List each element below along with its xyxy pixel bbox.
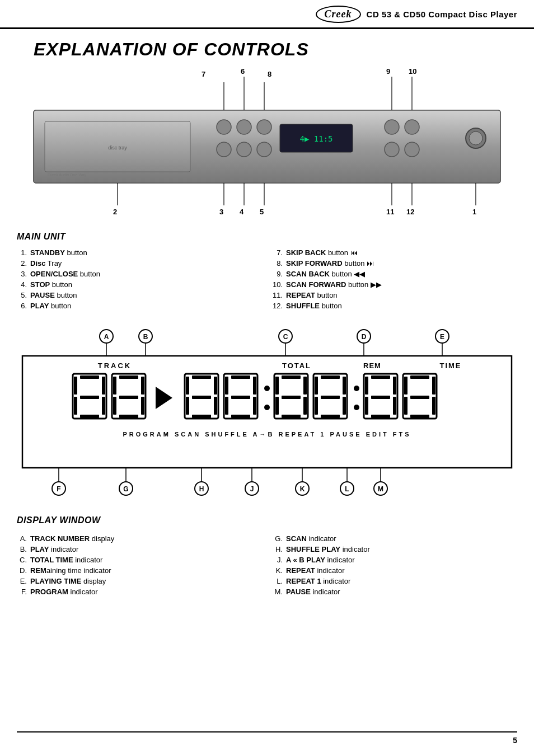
svg-point-97 <box>264 386 270 391</box>
footer: 5 <box>17 731 517 745</box>
indicator-C: C. TOTAL TIME indicator <box>17 555 261 565</box>
svg-rect-76 <box>113 377 116 395</box>
svg-rect-124 <box>393 397 396 415</box>
indicator-E: E. PLAYING TIME display <box>17 576 261 586</box>
controls-left-col: 1. STANDBY button 2. Disc Tray 3. OPEN/C… <box>17 247 261 311</box>
svg-rect-118 <box>371 375 390 379</box>
svg-text:5: 5 <box>260 208 264 216</box>
ctrl-label-5: PAUSE button <box>30 291 77 299</box>
svg-point-16 <box>385 142 399 157</box>
ind-label-D: REMaining time indicator <box>30 566 111 575</box>
ind-letter-C: C. <box>17 556 27 564</box>
svg-rect-110 <box>321 396 340 399</box>
indicator-F: F. PROGRAM indicator <box>17 586 261 597</box>
svg-rect-69 <box>102 377 105 395</box>
indicator-B: B. PLAY indicator <box>17 544 261 555</box>
indicator-A: A. TRACK NUMBER display <box>17 533 261 544</box>
svg-point-10 <box>237 142 251 157</box>
svg-rect-84 <box>192 396 211 399</box>
control-item-6: 6. PLAY button <box>17 300 261 311</box>
svg-text:REM: REM <box>363 361 381 370</box>
svg-rect-85 <box>186 377 189 395</box>
svg-text:PROGRAM  SCAN  SHUFFLE  A→B  R: PROGRAM SCAN SHUFFLE A→B REPEAT 1 PAUSE … <box>123 431 411 438</box>
control-item-12: 12. SHUFFLE button <box>273 300 517 311</box>
svg-rect-119 <box>371 415 390 418</box>
ind-label-M: PAUSE indicator <box>286 588 340 596</box>
svg-text:3: 3 <box>219 208 223 216</box>
indicator-K: K. REPEAT indicator <box>273 565 517 576</box>
svg-point-17 <box>405 142 419 157</box>
ind-letter-K: K. <box>273 566 283 575</box>
ctrl-label-8: SKIP FORWARD button ⏭ <box>286 259 374 267</box>
device-svg: disc tray Creek Audio One Way 4▶ 11:5 <box>17 65 517 222</box>
ind-label-G: SCAN indicator <box>286 534 336 543</box>
svg-rect-88 <box>214 397 217 415</box>
ctrl-num-1: 1. <box>17 248 27 257</box>
svg-point-6 <box>217 120 231 134</box>
indicator-H: H. SHUFFLE PLAY indicator <box>273 544 517 555</box>
ind-label-F: PROGRAM indicator <box>30 588 98 596</box>
control-item-2: 2. Disc Tray <box>17 258 261 269</box>
ctrl-num-7: 7. <box>273 248 283 257</box>
control-item-5: 5. PAUSE button <box>17 290 261 300</box>
ind-letter-J: J. <box>273 556 283 564</box>
svg-rect-93 <box>225 377 228 395</box>
svg-rect-131 <box>404 397 407 415</box>
logo-text: Creek <box>325 8 352 20</box>
ctrl-num-4: 4. <box>17 280 27 289</box>
svg-rect-101 <box>282 415 301 418</box>
svg-point-14 <box>385 120 399 134</box>
svg-rect-66 <box>80 415 99 418</box>
ctrl-num-3: 3. <box>17 270 27 278</box>
ind-label-C: TOTAL TIME indicator <box>30 556 102 564</box>
svg-text:10: 10 <box>409 67 416 76</box>
ctrl-num-2: 2. <box>17 259 27 267</box>
svg-rect-120 <box>371 396 390 399</box>
control-item-1: 1. STANDBY button <box>17 247 261 258</box>
svg-rect-65 <box>80 375 99 379</box>
svg-rect-106 <box>303 397 307 415</box>
svg-point-9 <box>217 142 231 157</box>
logo-area: Creek CD 53 & CD50 Compact Disc Player <box>316 6 517 23</box>
svg-text:E: E <box>440 333 444 341</box>
svg-rect-102 <box>282 396 301 399</box>
ind-label-L: REPEAT 1 indicator <box>286 577 350 585</box>
main-unit-heading: MAIN UNIT <box>17 232 517 242</box>
indicators-right-col: G. SCAN indicator H. SHUFFLE PLAY indica… <box>273 533 517 597</box>
control-item-3: 3. OPEN/CLOSE button <box>17 269 261 279</box>
ctrl-num-11: 11. <box>273 291 283 299</box>
header: Creek CD 53 & CD50 Compact Disc Player <box>0 0 534 29</box>
ind-label-H: SHUFFLE PLAY indicator <box>286 545 370 553</box>
svg-text:6: 6 <box>241 67 245 76</box>
svg-point-115 <box>354 386 359 391</box>
ind-label-A: TRACK NUMBER display <box>30 534 114 543</box>
ctrl-num-6: 6. <box>17 302 27 310</box>
control-item-9: 9. SCAN BACK button ◀◀ <box>273 269 517 279</box>
page-title: EXPLANATION OF CONTROLS <box>17 29 517 65</box>
ctrl-label-10: SCAN FORWARD button ▶▶ <box>286 280 382 289</box>
svg-rect-128 <box>410 396 429 399</box>
svg-rect-82 <box>192 375 211 379</box>
svg-rect-86 <box>214 377 217 395</box>
indicator-D: D. REMaining time indicator <box>17 565 261 576</box>
svg-rect-87 <box>186 397 189 415</box>
ind-label-B: PLAY indicator <box>30 545 78 553</box>
ctrl-label-7: SKIP BACK button ⏮ <box>286 248 358 257</box>
ctrl-label-4: STOP button <box>30 280 72 289</box>
ind-letter-A: A. <box>17 534 27 543</box>
svg-text:12: 12 <box>406 208 414 216</box>
logo: Creek <box>316 6 361 23</box>
ind-letter-D: D. <box>17 566 27 575</box>
svg-text:1: 1 <box>472 208 476 216</box>
svg-point-116 <box>354 405 359 410</box>
svg-rect-78 <box>113 397 116 415</box>
ctrl-label-2: Disc Tray <box>30 259 62 267</box>
page-number: 5 <box>513 736 517 745</box>
svg-text:G: G <box>123 485 128 493</box>
svg-rect-96 <box>253 397 256 415</box>
ind-letter-L: L. <box>273 577 283 585</box>
svg-point-7 <box>237 120 251 134</box>
display-svg: A B C D E TRACK TOTAL REM TIME <box>17 322 517 501</box>
svg-point-19 <box>469 132 483 145</box>
controls-grid: 1. STANDBY button 2. Disc Tray 3. OPEN/C… <box>17 247 517 311</box>
